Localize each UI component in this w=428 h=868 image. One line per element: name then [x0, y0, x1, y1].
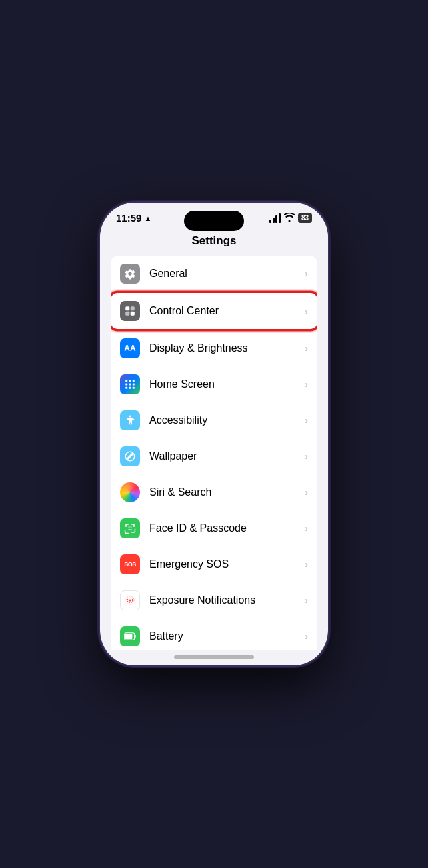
battery-status: 83	[298, 213, 312, 223]
signal-bar-4	[279, 213, 281, 223]
control-center-label: Control Center	[149, 305, 305, 317]
sos-chevron: ›	[305, 558, 308, 570]
sos-icon: SOS	[120, 554, 140, 574]
page-title: Settings	[191, 234, 236, 247]
battery-label: Battery	[149, 630, 305, 642]
homescreen-label: Home Screen	[149, 378, 305, 390]
time-display: 11:59	[116, 212, 141, 224]
home-indicator	[100, 650, 328, 665]
siri-icon	[120, 482, 140, 502]
general-label: General	[149, 268, 305, 280]
settings-row-general[interactable]: General ›	[111, 256, 317, 292]
faceid-label: Face ID & Passcode	[149, 522, 305, 534]
display-icon: AA	[120, 338, 140, 358]
wallpaper-icon	[120, 446, 140, 466]
exposure-icon	[120, 590, 140, 610]
dynamic-island	[184, 211, 244, 231]
svg-rect-12	[133, 386, 135, 388]
status-right-area: 83	[269, 213, 312, 224]
siri-ball	[120, 482, 140, 502]
status-bar: 11:59 ▲ 83	[100, 203, 328, 229]
general-chevron: ›	[305, 268, 308, 279]
signal-bar-2	[273, 218, 275, 223]
siri-label: Siri & Search	[149, 486, 305, 498]
content-area[interactable]: General › Control Center ›	[100, 256, 328, 650]
accessibility-label: Accessibility	[149, 414, 305, 426]
svg-rect-0	[125, 306, 129, 310]
svg-rect-2	[125, 312, 129, 316]
signal-bars	[269, 213, 281, 223]
settings-row-sos[interactable]: SOS Emergency SOS ›	[111, 546, 317, 582]
siri-chevron: ›	[305, 486, 308, 498]
settings-row-display[interactable]: AA Display & Brightness ›	[111, 330, 317, 366]
faceid-chevron: ›	[305, 522, 308, 534]
control-center-icon	[120, 301, 140, 321]
location-icon: ▲	[144, 214, 151, 222]
homescreen-chevron: ›	[305, 378, 308, 390]
svg-point-13	[129, 415, 131, 417]
settings-group-main: General › Control Center ›	[111, 256, 317, 650]
svg-rect-7	[125, 383, 127, 385]
control-center-chevron: ›	[305, 306, 308, 317]
settings-row-faceid[interactable]: Face ID & Passcode ›	[111, 510, 317, 546]
battery-level: 83	[301, 214, 309, 222]
display-chevron: ›	[305, 342, 308, 354]
svg-rect-4	[125, 380, 127, 382]
settings-row-homescreen[interactable]: Home Screen ›	[111, 366, 317, 402]
settings-row-battery[interactable]: Battery ›	[111, 618, 317, 650]
svg-rect-6	[133, 380, 135, 382]
battery-icon	[120, 626, 140, 646]
page-title-bar: Settings	[100, 229, 328, 256]
battery-chevron: ›	[305, 630, 308, 642]
svg-rect-11	[129, 386, 131, 388]
svg-rect-1	[131, 306, 135, 310]
svg-rect-9	[133, 383, 135, 385]
wifi-icon	[284, 213, 295, 224]
wallpaper-label: Wallpaper	[149, 450, 305, 462]
settings-row-wallpaper[interactable]: Wallpaper ›	[111, 438, 317, 474]
accessibility-chevron: ›	[305, 414, 308, 426]
settings-row-exposure[interactable]: Exposure Notifications ›	[111, 582, 317, 618]
screen: 11:59 ▲ 83	[100, 203, 328, 665]
home-bar	[174, 655, 254, 659]
exposure-label: Exposure Notifications	[149, 594, 305, 606]
sos-label: Emergency SOS	[149, 558, 305, 570]
display-label: Display & Brightness	[149, 342, 305, 354]
general-icon	[120, 264, 140, 284]
phone-frame: 11:59 ▲ 83	[100, 203, 328, 665]
homescreen-icon	[120, 374, 140, 394]
svg-rect-5	[129, 380, 131, 382]
signal-bar-3	[275, 215, 277, 223]
accessibility-icon	[120, 410, 140, 430]
faceid-icon	[120, 518, 140, 538]
settings-row-accessibility[interactable]: Accessibility ›	[111, 402, 317, 438]
svg-rect-3	[131, 312, 135, 316]
wallpaper-chevron: ›	[305, 450, 308, 462]
svg-rect-19	[125, 633, 133, 638]
exposure-chevron: ›	[305, 594, 308, 606]
svg-rect-8	[129, 383, 131, 385]
settings-row-siri[interactable]: Siri & Search ›	[111, 474, 317, 510]
settings-row-control-center[interactable]: Control Center ›	[111, 293, 317, 329]
svg-point-14	[129, 599, 131, 601]
svg-rect-10	[125, 386, 127, 388]
signal-bar-1	[269, 220, 271, 223]
status-time-area: 11:59 ▲	[116, 212, 151, 224]
svg-rect-18	[135, 634, 136, 638]
